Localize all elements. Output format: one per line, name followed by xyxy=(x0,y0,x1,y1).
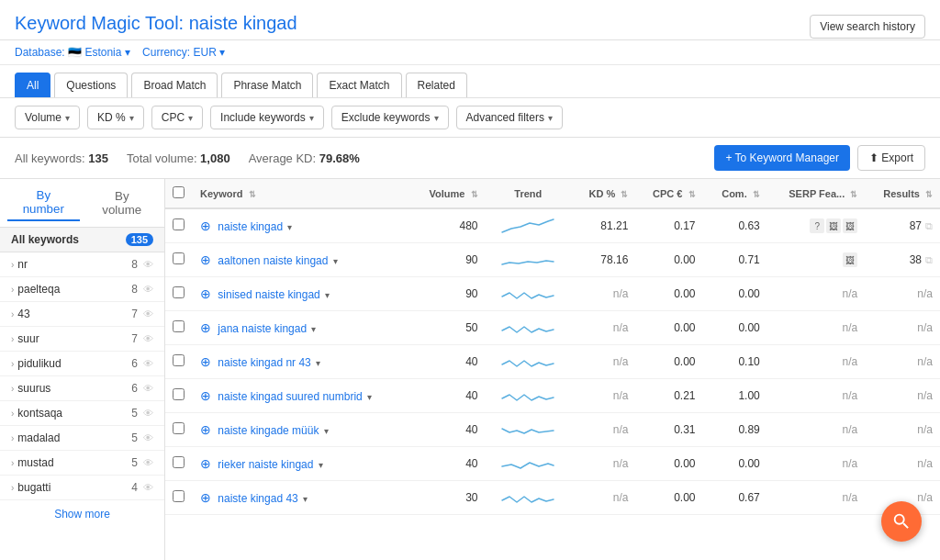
tab-related[interactable]: Related xyxy=(406,73,467,97)
cpc-cell: 0.21 xyxy=(635,379,702,413)
sidebar-item[interactable]: › kontsaqa 5 👁 xyxy=(0,401,164,426)
col-volume[interactable]: Volume ⇅ xyxy=(411,179,486,208)
tab-questions[interactable]: Questions xyxy=(54,73,128,97)
sidebar-item[interactable]: › bugatti 4 👁 xyxy=(0,476,164,500)
kd-value: 78.16 xyxy=(600,253,628,266)
sidebar-item[interactable]: › pidulikud 6 👁 xyxy=(0,352,164,376)
sidebar-item[interactable]: › 43 7 👁 xyxy=(0,302,164,327)
kd-filter[interactable]: KD % ▾ xyxy=(87,106,144,129)
keyword-link[interactable]: sinised naiste kingad xyxy=(218,288,319,301)
copy-icon[interactable]: ⧉ xyxy=(925,254,933,265)
keyword-dropdown-icon[interactable]: ▾ xyxy=(325,290,330,300)
row-checkbox[interactable] xyxy=(173,422,185,434)
currency-selector[interactable]: EUR ▾ xyxy=(193,46,225,59)
copy-icon[interactable]: ⧉ xyxy=(925,220,933,231)
keyword-dropdown-icon[interactable]: ▾ xyxy=(311,324,316,334)
by-volume-button[interactable]: By volume xyxy=(87,185,157,221)
eye-icon[interactable]: 👁 xyxy=(143,482,153,493)
sidebar-item[interactable]: › suurus 6 👁 xyxy=(0,376,164,401)
row-checkbox[interactable] xyxy=(173,320,185,332)
add-keyword-icon[interactable]: ⊕ xyxy=(200,354,211,369)
eye-icon[interactable]: 👁 xyxy=(143,358,153,369)
keyword-dropdown-icon[interactable]: ▾ xyxy=(319,460,323,470)
search-fab[interactable] xyxy=(881,501,922,542)
keyword-dropdown-icon[interactable]: ▾ xyxy=(316,358,320,368)
all-keywords-stat: All keywords: 135 xyxy=(15,151,108,165)
row-checkbox[interactable] xyxy=(173,218,185,230)
eye-icon[interactable]: 👁 xyxy=(143,432,153,443)
serp-cell: 🖼 xyxy=(767,243,866,277)
add-keyword-icon[interactable]: ⊕ xyxy=(200,456,211,471)
export-button[interactable]: ⬆ Export xyxy=(857,145,925,171)
row-checkbox[interactable] xyxy=(173,490,185,502)
volume-filter[interactable]: Volume ▾ xyxy=(15,106,80,129)
serp-cell: ?🖼🖼 xyxy=(767,208,866,243)
col-results[interactable]: Results ⇅ xyxy=(865,179,940,208)
keyword-link[interactable]: naiste kingade müük xyxy=(218,424,319,437)
sidebar-item-chevron: › xyxy=(11,359,14,369)
eye-icon[interactable]: 👁 xyxy=(143,308,153,319)
keyword-link[interactable]: naiste kingad nr 43 xyxy=(218,356,310,369)
row-checkbox[interactable] xyxy=(173,388,185,400)
select-all-checkbox[interactable] xyxy=(173,186,185,198)
keyword-link[interactable]: naiste kingad 43 xyxy=(218,492,297,505)
add-keyword-icon[interactable]: ⊕ xyxy=(200,422,211,437)
database-selector[interactable]: 🇪🇪 Estonia ▾ xyxy=(68,46,133,59)
eye-icon[interactable]: 👁 xyxy=(143,259,153,270)
keyword-dropdown-icon[interactable]: ▾ xyxy=(287,222,292,232)
col-com[interactable]: Com. ⇅ xyxy=(703,179,767,208)
tab-phrase-match[interactable]: Phrase Match xyxy=(221,73,313,97)
keyword-link[interactable]: aaltonen naiste kingad xyxy=(218,254,328,267)
sidebar-item-label: suur xyxy=(17,332,39,345)
keyword-link[interactable]: jana naiste kingad xyxy=(218,322,307,335)
add-keyword-icon[interactable]: ⊕ xyxy=(200,252,211,267)
col-kd[interactable]: KD % ⇅ xyxy=(571,179,635,208)
eye-icon[interactable]: 👁 xyxy=(143,284,153,295)
advanced-filters-filter[interactable]: Advanced filters ▾ xyxy=(456,106,563,129)
sidebar-item[interactable]: › nr 8 👁 xyxy=(0,252,164,277)
tab-broad-match[interactable]: Broad Match xyxy=(131,73,218,97)
row-checkbox[interactable] xyxy=(173,354,185,366)
volume-cell: 50 xyxy=(411,311,486,345)
keyword-link[interactable]: rieker naiste kingad xyxy=(218,458,313,471)
row-checkbox[interactable] xyxy=(173,456,185,468)
add-keyword-icon[interactable]: ⊕ xyxy=(200,388,211,403)
cpc-filter[interactable]: CPC ▾ xyxy=(151,106,203,129)
add-keyword-icon[interactable]: ⊕ xyxy=(200,286,211,301)
trend-chart xyxy=(500,420,555,440)
trend-cell xyxy=(486,447,572,481)
show-more-button[interactable]: Show more xyxy=(0,500,164,528)
col-keyword[interactable]: Keyword ⇅ xyxy=(193,179,411,208)
eye-icon[interactable]: 👁 xyxy=(143,408,153,419)
keyword-dropdown-icon[interactable]: ▾ xyxy=(303,494,308,504)
sidebar-item[interactable]: › paelteqa 8 👁 xyxy=(0,277,164,302)
col-cpc[interactable]: CPC € ⇅ xyxy=(635,179,702,208)
keyword-dropdown-icon[interactable]: ▾ xyxy=(324,426,329,436)
keyword-link[interactable]: naiste kingad suured numbrid xyxy=(218,390,362,403)
include-keywords-filter[interactable]: Include keywords ▾ xyxy=(210,106,324,129)
add-keyword-icon[interactable]: ⊕ xyxy=(200,218,211,233)
exclude-keywords-filter[interactable]: Exclude keywords ▾ xyxy=(331,106,449,129)
keyword-dropdown-icon[interactable]: ▾ xyxy=(367,392,372,402)
page-header: View search history Keyword Magic Tool: … xyxy=(0,0,940,40)
row-checkbox[interactable] xyxy=(173,252,185,264)
by-number-button[interactable]: By number xyxy=(7,185,80,221)
tab-exact-match[interactable]: Exact Match xyxy=(317,73,401,97)
col-serp[interactable]: SERP Fea... ⇅ xyxy=(767,179,866,208)
eye-icon[interactable]: 👁 xyxy=(143,333,153,344)
kd-cell: 78.16 xyxy=(571,243,635,277)
row-checkbox[interactable] xyxy=(173,286,185,298)
eye-icon[interactable]: 👁 xyxy=(143,383,153,394)
sidebar-item[interactable]: › suur 7 👁 xyxy=(0,327,164,352)
keyword-dropdown-icon[interactable]: ▾ xyxy=(333,256,338,266)
row-checkbox-cell xyxy=(165,481,193,515)
add-keyword-icon[interactable]: ⊕ xyxy=(200,320,211,335)
view-history-button[interactable]: View search history xyxy=(810,15,925,39)
eye-icon[interactable]: 👁 xyxy=(143,457,153,468)
tab-all[interactable]: All xyxy=(15,73,50,97)
keyword-manager-button[interactable]: + To Keyword Manager xyxy=(714,145,850,171)
add-keyword-icon[interactable]: ⊕ xyxy=(200,490,211,505)
keyword-link[interactable]: naiste kingad xyxy=(218,220,283,233)
sidebar-item[interactable]: › madalad 5 👁 xyxy=(0,426,164,451)
sidebar-item[interactable]: › mustad 5 👁 xyxy=(0,451,164,476)
